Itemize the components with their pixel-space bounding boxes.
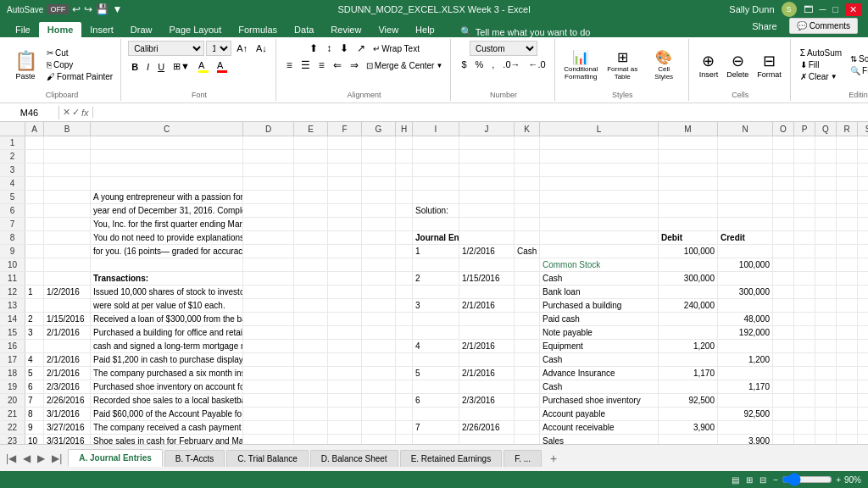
col-header-k[interactable]: K xyxy=(515,122,540,136)
cell-I19[interactable] xyxy=(413,380,459,393)
font-color-btn[interactable]: A xyxy=(214,58,231,75)
cell-M20[interactable]: 92,500 xyxy=(659,394,718,407)
cell-G2[interactable] xyxy=(362,150,396,163)
cell-K22[interactable] xyxy=(515,421,540,434)
cell-I15[interactable] xyxy=(413,326,459,339)
align-center-btn[interactable]: ☰ xyxy=(298,58,314,73)
cell-L18[interactable]: Advance Insurance xyxy=(540,367,659,380)
cell-G13[interactable] xyxy=(362,299,396,312)
cell-M14[interactable] xyxy=(659,313,718,325)
cell-L23[interactable]: Sales xyxy=(540,435,659,444)
sheet-nav-last[interactable]: ▶| xyxy=(49,451,64,466)
undo-icon[interactable]: ↩ xyxy=(72,3,81,15)
cut-button[interactable]: ✂ Cut xyxy=(44,47,115,58)
cell-A11[interactable] xyxy=(25,272,44,285)
percent-btn[interactable]: % xyxy=(472,58,487,71)
cell-J16[interactable]: 2/1/2016 xyxy=(459,340,515,352)
align-left-btn[interactable]: ≡ xyxy=(283,58,296,73)
cell-B4[interactable] xyxy=(44,177,91,190)
merge-dropdown-arrow[interactable]: ▼ xyxy=(436,62,442,69)
cell-B23[interactable]: 3/31/2016 xyxy=(44,435,91,444)
cell-M10[interactable] xyxy=(659,258,718,271)
cell-I6[interactable]: Solution: xyxy=(413,204,459,217)
col-header-n[interactable]: N xyxy=(718,122,773,136)
cell-N16[interactable] xyxy=(718,340,773,352)
cell-L5[interactable] xyxy=(540,191,659,203)
cell-I9[interactable]: 1 xyxy=(413,245,459,258)
cell-P15[interactable] xyxy=(794,326,815,339)
cell-H8[interactable] xyxy=(396,231,413,244)
col-header-s[interactable]: S xyxy=(858,122,868,136)
cell-A15[interactable]: 3 xyxy=(25,326,44,339)
cell-K2[interactable] xyxy=(515,150,540,163)
cell-A21[interactable]: 8 xyxy=(25,408,44,420)
cell-I22[interactable]: 7 xyxy=(413,421,459,434)
cell-H12[interactable] xyxy=(396,286,413,298)
cell-P18[interactable] xyxy=(794,367,815,380)
cell-I1[interactable] xyxy=(413,136,459,149)
cell-E7[interactable] xyxy=(294,218,328,230)
cell-M2[interactable] xyxy=(659,150,718,163)
cell-B8[interactable] xyxy=(44,231,91,244)
cell-S14[interactable] xyxy=(858,313,868,325)
cell-P20[interactable] xyxy=(794,394,815,407)
cell-Q12[interactable] xyxy=(815,286,837,298)
confirm-icon[interactable]: ✓ xyxy=(72,107,80,118)
cell-R19[interactable] xyxy=(837,380,858,393)
cell-N6[interactable] xyxy=(718,204,773,217)
cell-L20[interactable]: Purchased shoe inventory xyxy=(540,394,659,407)
align-right-btn[interactable]: ≡ xyxy=(315,58,328,73)
cell-C23[interactable]: Shoe sales in cash for February and Marc… xyxy=(91,435,243,444)
wrap-text-button[interactable]: ↵ Wrap Text xyxy=(370,41,422,56)
cell-D8[interactable] xyxy=(243,231,294,244)
cancel-icon[interactable]: ✕ xyxy=(63,107,70,118)
format-table-button[interactable]: ⊞ Format as Table xyxy=(604,47,642,82)
increase-decimal-btn[interactable]: .0→ xyxy=(499,58,523,71)
cell-G15[interactable] xyxy=(362,326,396,339)
cell-J22[interactable]: 2/26/2016 xyxy=(459,421,515,434)
col-header-h[interactable]: H xyxy=(396,122,413,136)
cell-K21[interactable] xyxy=(515,408,540,420)
cell-I17[interactable] xyxy=(413,353,459,366)
cell-J21[interactable] xyxy=(459,408,515,420)
cell-C17[interactable]: Paid $1,200 in cash to purchase display … xyxy=(91,353,243,366)
cell-R22[interactable] xyxy=(837,421,858,434)
cell-F1[interactable] xyxy=(328,136,362,149)
cell-E19[interactable] xyxy=(294,380,328,393)
cell-C10[interactable] xyxy=(91,258,243,271)
cell-O13[interactable] xyxy=(773,299,794,312)
dollar-btn[interactable]: $ xyxy=(458,58,470,71)
cell-S18[interactable] xyxy=(858,367,868,380)
cell-E11[interactable] xyxy=(294,272,328,285)
cell-Q7[interactable] xyxy=(815,218,837,230)
cell-K18[interactable] xyxy=(515,367,540,380)
cell-E8[interactable] xyxy=(294,231,328,244)
cell-Q23[interactable] xyxy=(815,435,837,444)
cell-B12[interactable]: 1/2/2016 xyxy=(44,286,91,298)
cell-A2[interactable] xyxy=(25,150,44,163)
cell-C1[interactable] xyxy=(91,136,243,149)
cell-F5[interactable] xyxy=(328,191,362,203)
cell-J6[interactable] xyxy=(459,204,515,217)
sheet-tab-c.-trial-balance[interactable]: C. Trial Balance xyxy=(226,450,309,467)
cell-N22[interactable] xyxy=(718,421,773,434)
cell-B10[interactable] xyxy=(44,258,91,271)
cell-E23[interactable] xyxy=(294,435,328,444)
zoom-slider[interactable] xyxy=(782,473,832,486)
decrease-decimal-btn[interactable]: ←.0 xyxy=(526,58,549,71)
cell-A8[interactable] xyxy=(25,231,44,244)
cell-L3[interactable] xyxy=(540,164,659,176)
cell-J19[interactable] xyxy=(459,380,515,393)
cell-C22[interactable]: The company received a cash payment in f… xyxy=(91,421,243,434)
cell-Q10[interactable] xyxy=(815,258,837,271)
cell-K20[interactable] xyxy=(515,394,540,407)
cell-K1[interactable] xyxy=(515,136,540,149)
cell-L9[interactable] xyxy=(540,245,659,258)
clear-dropdown-arrow[interactable]: ▼ xyxy=(831,73,837,80)
cell-C11[interactable]: Transactions: xyxy=(91,272,243,285)
cell-E9[interactable] xyxy=(294,245,328,258)
border-btn[interactable]: ⊞▼ xyxy=(170,59,193,74)
cell-K12[interactable] xyxy=(515,286,540,298)
cell-C2[interactable] xyxy=(91,150,243,163)
cell-C8[interactable]: You do not need to provide explanations … xyxy=(91,231,243,244)
